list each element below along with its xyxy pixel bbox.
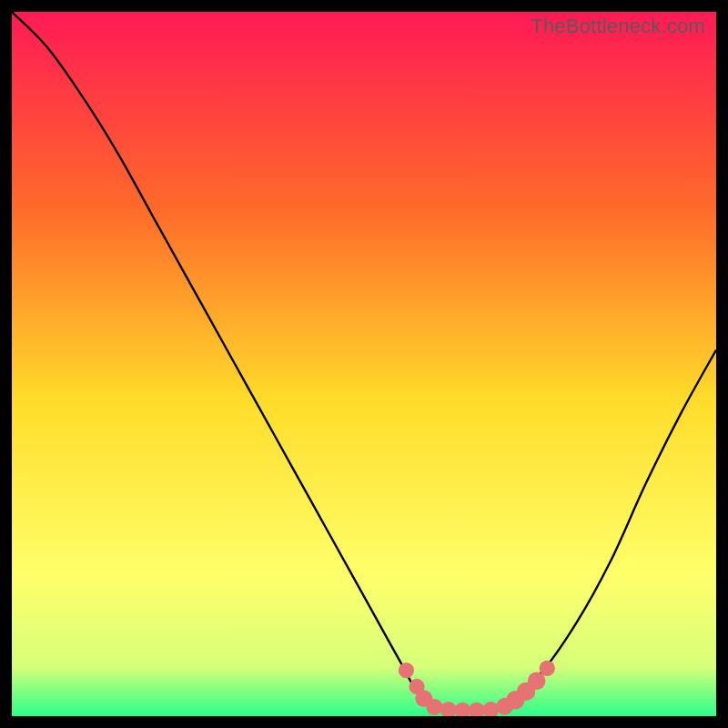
curve-marker [426, 699, 442, 715]
chart-background [12, 12, 716, 716]
bottleneck-chart [12, 12, 716, 716]
curve-marker [540, 661, 555, 676]
curve-marker [399, 662, 414, 678]
chart-frame: TheBottleneck.com [12, 12, 716, 716]
watermark-text: TheBottleneck.com [531, 15, 705, 38]
